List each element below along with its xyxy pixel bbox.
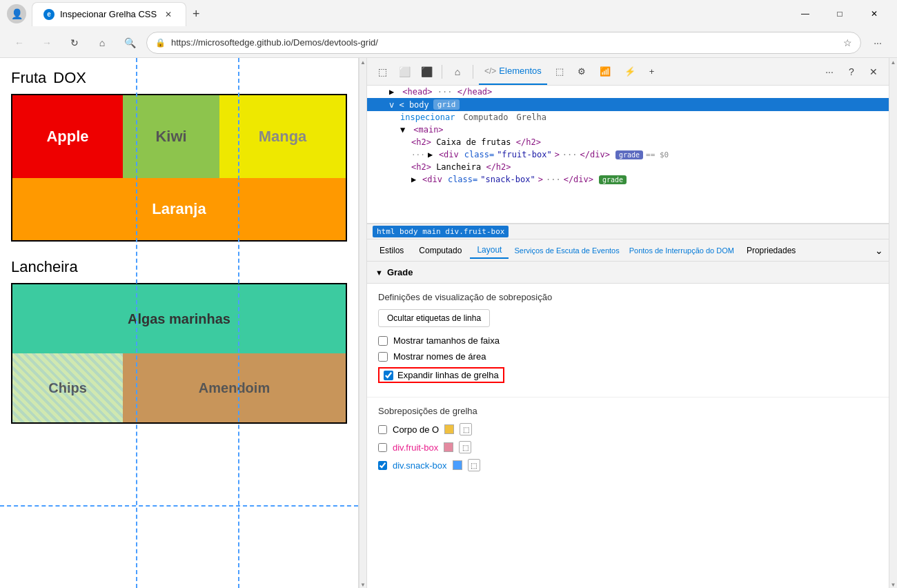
fruit-laranja: Laranja xyxy=(12,178,346,240)
grid-line-h1 xyxy=(0,505,358,507)
scrollbar-up[interactable]: ▲ xyxy=(891,59,896,66)
fruit-manga: Manga xyxy=(219,95,346,178)
html-head-line[interactable]: ▶ <head> ··· </head> xyxy=(367,86,889,98)
mostrar-tamanhos-label: Mostrar tamanhos de faixa xyxy=(393,335,500,346)
nav-bar: ← → ↻ ⌂ 🔍 🔒 https://microsoftedge.github… xyxy=(0,28,897,58)
fruit-grade-badge: grade xyxy=(615,150,643,159)
breadcrumb-bar: html body main div.fruit-box xyxy=(367,224,889,239)
tab-estilos[interactable]: Estilos xyxy=(373,243,411,258)
nav-extras: ··· xyxy=(867,32,889,54)
extensions-button[interactable]: ··· xyxy=(867,32,889,54)
devtools-more-btn[interactable]: ··· xyxy=(820,62,839,81)
fruit-box-color-swatch xyxy=(444,442,453,452)
profile-avatar[interactable]: 👤 xyxy=(7,4,26,23)
sobreposicoes-section: Sobreposições de grelha Corpo de O ⬚ div… xyxy=(367,398,889,485)
tab-favicon: e xyxy=(43,9,55,20)
refresh-button[interactable]: ↻ xyxy=(63,32,86,54)
snack-box-row: div.snack-box ⬚ xyxy=(378,459,878,471)
devtools-tab-network[interactable]: 📶 xyxy=(594,58,616,85)
devtools-tab-add[interactable]: + xyxy=(644,58,660,85)
grade-section-header[interactable]: ▼ Grade xyxy=(367,262,889,284)
tab-eventos[interactable]: Serviços de Escuta de Eventos xyxy=(510,244,623,257)
expandir-label: Expandir linhas de grelha xyxy=(397,370,499,380)
section-lancheira: Lancheira xyxy=(11,258,347,276)
snack-box-checkbox[interactable] xyxy=(378,461,387,470)
minimize-button[interactable]: — xyxy=(789,3,821,25)
overlay-settings-label: Definições de visualização de sobreposiç… xyxy=(378,292,878,302)
snack-chips: Chips xyxy=(12,353,123,422)
fruit-box-overlay-icon[interactable]: ⬚ xyxy=(459,441,471,453)
expandir-checkbox[interactable] xyxy=(384,371,393,380)
expand-icon[interactable]: ⌄ xyxy=(875,245,883,256)
address-bar[interactable]: 🔒 https://microsoftedge.github.io/Demos/… xyxy=(146,32,861,54)
corpo-row: Corpo de O ⬚ xyxy=(378,423,878,435)
html-h2-lancheira[interactable]: <h2> Lancheira </h2> xyxy=(367,161,889,173)
bookmark-icon[interactable]: ☆ xyxy=(843,37,852,48)
snack-box-overlay-icon[interactable]: ⬚ xyxy=(468,459,480,471)
ocultar-etiquetas-button[interactable]: Ocultar etiquetas de linha xyxy=(378,309,490,327)
devtools-close-btn[interactable]: ✕ xyxy=(864,62,883,81)
fruit-apple: Apple xyxy=(12,95,123,178)
mostrar-tamanhos-checkbox[interactable] xyxy=(378,336,388,346)
corpo-color-swatch xyxy=(444,424,454,434)
grelha-link[interactable]: Grelha xyxy=(517,112,546,122)
close-button[interactable]: ✕ xyxy=(858,3,890,25)
tab-propriedades[interactable]: Propriedades xyxy=(740,243,802,258)
tab-computado[interactable]: Computado xyxy=(412,243,469,258)
devtools-device-btn[interactable]: ⬛ xyxy=(417,62,436,81)
mostrar-nomes-checkbox[interactable] xyxy=(378,352,388,362)
tab-dom[interactable]: Pontos de Interrupção do DOM xyxy=(625,244,738,257)
tab-layout[interactable]: Layout xyxy=(470,242,509,259)
home-button[interactable]: ⌂ xyxy=(91,32,113,54)
html-h2-frutas[interactable]: <h2> Caixa de frutas </h2> xyxy=(367,136,889,148)
corpo-checkbox[interactable] xyxy=(378,425,387,434)
mostrar-nomes-row: Mostrar nomes de área xyxy=(378,351,878,362)
toolbar-separator-2 xyxy=(473,65,473,79)
fruit-box: Apple Kiwi Manga Laranja xyxy=(11,94,347,242)
devtools-help-btn[interactable]: ? xyxy=(842,62,861,81)
scroll-bar-middle[interactable]: ▲ ▼ xyxy=(359,58,367,588)
inspecionar-link[interactable]: inspecionar xyxy=(400,112,455,122)
devtools-home-btn[interactable]: ⌂ xyxy=(448,62,467,81)
mostrar-nomes-label: Mostrar nomes de área xyxy=(393,351,486,362)
devtools-toolbar: ⬚ ⬜ ⬛ ⌂ </> Elementos ⬚ ⚙ 📶 ⚡ + ··· ? ✕ xyxy=(367,58,889,86)
tab-title: Inspecionar Grelha CSS xyxy=(60,9,157,19)
snack-box-color-swatch xyxy=(453,460,462,470)
devtools-tab-elements[interactable]: </> Elementos xyxy=(479,58,547,85)
devtools-inspect-btn[interactable]: ⬚ xyxy=(373,62,392,81)
html-inspect-row: inspecionar Computado Grelha xyxy=(367,111,889,124)
corpo-label: Corpo de O xyxy=(393,424,439,435)
devtools-panel: ⬚ ⬜ ⬛ ⌂ </> Elementos ⬚ ⚙ 📶 ⚡ + ··· ? ✕ … xyxy=(367,58,889,588)
devtools-tab-console[interactable]: ⬚ xyxy=(550,58,569,85)
overlay-settings-section: Definições de visualização de sobreposiç… xyxy=(367,284,889,398)
elements-panel: ▶ <head> ··· </head> v < body grid inspe… xyxy=(367,86,889,224)
heading-row: Fruta DOX xyxy=(11,69,347,87)
new-tab-button[interactable]: + xyxy=(186,4,206,23)
devtools-tab-sources[interactable]: ⚙ xyxy=(572,58,591,85)
expandir-linhas-row: Expandir linhas de grelha xyxy=(378,367,878,383)
fruit-box-checkbox[interactable] xyxy=(378,443,387,452)
webpage-panel: Fruta DOX Apple Kiwi Manga Laranja Lanch… xyxy=(0,58,359,588)
devtools-tab-performance[interactable]: ⚡ xyxy=(619,58,641,85)
grade-arrow: ▼ xyxy=(375,268,383,277)
css-link[interactable]: Computado xyxy=(463,112,508,122)
main-area: Fruta DOX Apple Kiwi Manga Laranja Lanch… xyxy=(0,58,897,588)
html-body-line[interactable]: v < body grid xyxy=(367,98,889,111)
devtools-scrollbar[interactable]: ▲ ▼ xyxy=(889,58,897,588)
corpo-overlay-icon[interactable]: ⬚ xyxy=(460,423,472,435)
html-div-snack[interactable]: ▶ <div class= "snack-box" > ··· </div> g… xyxy=(367,173,889,186)
html-div-fruit[interactable]: ··· ▶ <div class= "fruit-box" > ··· </di… xyxy=(367,148,889,161)
search-button[interactable]: 🔍 xyxy=(119,32,141,54)
fruit-box-row: div.fruit-box ⬚ xyxy=(378,441,878,453)
snack-box: Algas marinhas Chips Amendoim xyxy=(11,283,347,424)
devtools-responsive-btn[interactable]: ⬜ xyxy=(395,62,414,81)
active-tab[interactable]: e Inspecionar Grelha CSS ✕ xyxy=(32,2,186,26)
title-bar: 👤 e Inspecionar Grelha CSS ✕ + — □ ✕ xyxy=(0,0,897,28)
page-heading-fruta: Fruta xyxy=(11,69,46,87)
tab-close-button[interactable]: ✕ xyxy=(162,8,175,21)
scrollbar-down[interactable]: ▼ xyxy=(891,582,896,588)
maximize-button[interactable]: □ xyxy=(824,3,856,25)
snack-box-label: div.snack-box xyxy=(393,460,447,471)
html-main-line[interactable]: ▼ <main> xyxy=(367,124,889,136)
snack-grade-badge: grade xyxy=(599,175,627,184)
